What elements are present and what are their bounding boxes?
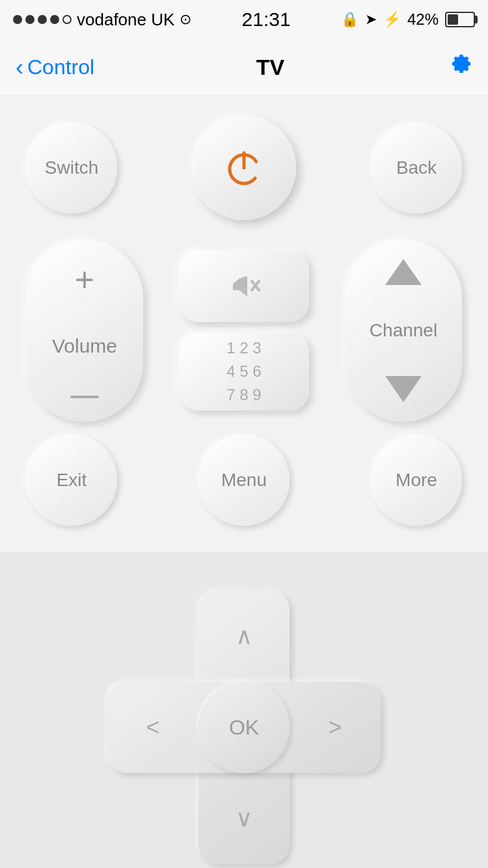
volume-label: Volume bbox=[52, 335, 117, 357]
numpad-display: 1 2 3 4 5 6 7 8 9 bbox=[226, 336, 261, 407]
dot1 bbox=[13, 15, 22, 24]
bluetooth-icon: ⚡ bbox=[383, 11, 401, 28]
dpad-left-button[interactable]: < bbox=[114, 682, 192, 773]
battery-fill bbox=[448, 14, 458, 25]
battery-label: 42% bbox=[407, 10, 439, 29]
ok-button[interactable]: OK bbox=[198, 682, 290, 773]
dpad-up-button[interactable]: ∧ bbox=[198, 597, 290, 675]
channel-down-icon bbox=[385, 376, 422, 402]
more-button[interactable]: More bbox=[371, 435, 462, 526]
time-display: 21:31 bbox=[242, 8, 291, 31]
remote-top-section: Switch Back + Volume bbox=[0, 96, 488, 552]
row-volume-mute-channel: + Volume 1 2 3 4 5 6 7 8 9 bbox=[26, 239, 462, 422]
row-exit-menu-more: Exit Menu More bbox=[26, 435, 462, 526]
dpad-down-button[interactable]: ∨ bbox=[198, 780, 290, 858]
volume-button[interactable]: + Volume bbox=[26, 239, 143, 422]
gear-icon bbox=[446, 51, 472, 77]
status-bar: vodafone UK ⊙ 21:31 🔒 ➤ ⚡ 42% bbox=[0, 0, 488, 39]
carrier-label: vodafone UK bbox=[77, 10, 174, 30]
middle-column: 1 2 3 4 5 6 7 8 9 bbox=[179, 251, 309, 411]
exit-button[interactable]: Exit bbox=[26, 435, 117, 526]
lock-icon: 🔒 bbox=[341, 11, 359, 28]
dot2 bbox=[25, 15, 34, 24]
row-switch-power-back: Switch Back bbox=[26, 116, 462, 220]
volume-minus-icon bbox=[70, 396, 99, 398]
back-button-remote[interactable]: Back bbox=[371, 122, 462, 213]
wifi-icon: ⊙ bbox=[180, 11, 191, 28]
down-arrow-icon: ∨ bbox=[236, 805, 252, 832]
signal-dots bbox=[13, 15, 72, 24]
svg-marker-2 bbox=[233, 276, 247, 297]
status-right: 🔒 ➤ ⚡ 42% bbox=[341, 10, 475, 29]
right-arrow-icon: > bbox=[328, 714, 342, 741]
switch-button[interactable]: Switch bbox=[26, 122, 117, 213]
dot5 bbox=[62, 15, 72, 24]
dpad: ∧ ∨ < > OK bbox=[107, 591, 381, 864]
status-left: vodafone UK ⊙ bbox=[13, 10, 191, 30]
ok-label: OK bbox=[229, 716, 259, 740]
dpad-right-button[interactable]: > bbox=[296, 682, 374, 773]
channel-up-icon bbox=[385, 259, 422, 285]
battery-bar bbox=[445, 12, 475, 27]
power-icon bbox=[221, 145, 267, 191]
speaker-icon bbox=[228, 272, 260, 301]
settings-button[interactable] bbox=[446, 51, 472, 83]
mute-button[interactable] bbox=[179, 251, 309, 322]
dot4 bbox=[50, 15, 59, 24]
volume-plus-icon: + bbox=[75, 263, 94, 297]
back-chevron-icon: ‹ bbox=[16, 54, 23, 81]
page-title: TV bbox=[256, 55, 284, 80]
mute-icon bbox=[228, 272, 260, 301]
power-icon-svg bbox=[221, 145, 267, 191]
power-button[interactable] bbox=[192, 116, 296, 220]
menu-button[interactable]: Menu bbox=[198, 435, 290, 526]
remote-bottom-section: ∧ ∨ < > OK bbox=[0, 552, 488, 868]
back-label: Control bbox=[27, 55, 94, 79]
up-arrow-icon: ∧ bbox=[236, 623, 252, 650]
dpad-container: ∧ ∨ < > OK bbox=[107, 591, 381, 864]
numpad-button[interactable]: 1 2 3 4 5 6 7 8 9 bbox=[179, 332, 309, 411]
back-button[interactable]: ‹ Control bbox=[16, 54, 94, 81]
channel-button[interactable]: Channel bbox=[345, 239, 462, 422]
nav-bar: ‹ Control TV bbox=[0, 39, 488, 96]
channel-label: Channel bbox=[370, 320, 437, 341]
dot3 bbox=[38, 15, 47, 24]
left-arrow-icon: < bbox=[146, 714, 159, 741]
location-icon: ➤ bbox=[365, 11, 377, 28]
